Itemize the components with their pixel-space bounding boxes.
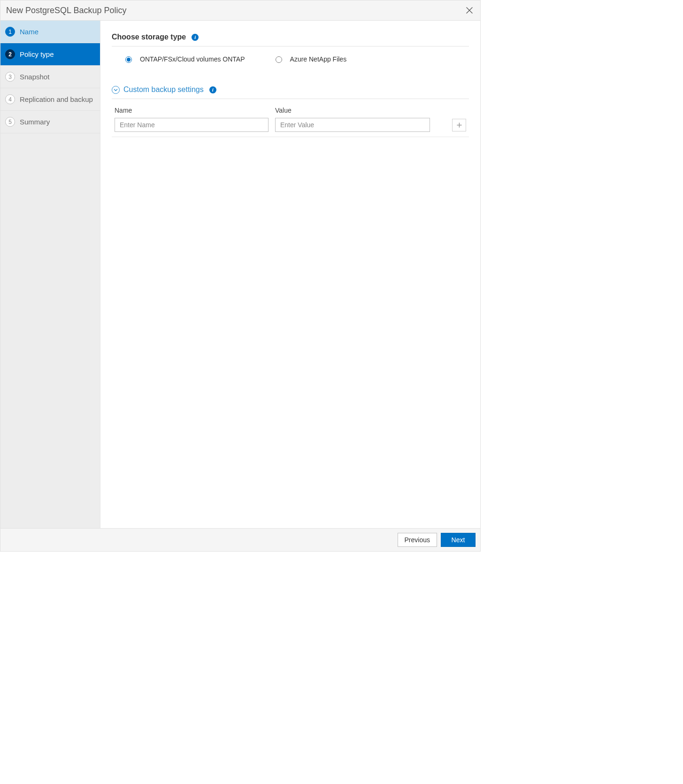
custom-value-input[interactable] <box>275 118 430 132</box>
radio-option-anf[interactable]: Azure NetApp Files <box>273 55 347 63</box>
step-number: 5 <box>5 117 15 127</box>
table-row <box>112 118 469 137</box>
column-header-value: Value <box>275 107 430 114</box>
table-header: Name Value <box>112 104 469 118</box>
info-icon[interactable]: i <box>192 34 199 41</box>
custom-settings-table: Name Value <box>112 104 469 137</box>
wizard-step-policy-type[interactable]: 2 Policy type <box>0 43 100 66</box>
step-label: Summary <box>20 118 50 126</box>
step-label: Policy type <box>20 50 54 58</box>
dialog-body: 1 Name 2 Policy type 3 Snapshot 4 Replic… <box>0 21 480 528</box>
radio-label: ONTAP/FSx/Cloud volumes ONTAP <box>140 55 245 63</box>
next-button[interactable]: Next <box>441 533 476 547</box>
storage-type-title: Choose storage type <box>112 33 186 41</box>
step-number: 1 <box>5 27 15 37</box>
custom-backup-settings-toggle[interactable]: Custom backup settings i <box>112 82 469 99</box>
radio-option-ontap[interactable]: ONTAP/FSx/Cloud volumes ONTAP <box>123 55 245 63</box>
dialog-header: New PostgreSQL Backup Policy <box>0 0 480 21</box>
radio-label: Azure NetApp Files <box>290 55 347 63</box>
storage-type-options: ONTAP/FSx/Cloud volumes ONTAP Azure NetA… <box>112 55 469 63</box>
dialog: New PostgreSQL Backup Policy 1 Name 2 Po… <box>0 0 481 552</box>
radio-input[interactable] <box>125 56 132 63</box>
add-row-button[interactable] <box>452 119 466 131</box>
plus-icon <box>457 123 462 128</box>
wizard-step-snapshot[interactable]: 3 Snapshot <box>0 66 100 88</box>
chevron-down-icon <box>112 86 120 94</box>
step-label: Name <box>20 28 38 36</box>
step-label: Snapshot <box>20 73 49 81</box>
wizard-step-name[interactable]: 1 Name <box>0 21 100 43</box>
step-number: 3 <box>5 72 15 82</box>
wizard-step-replication-backup[interactable]: 4 Replication and backup <box>0 88 100 111</box>
info-icon[interactable]: i <box>209 86 216 93</box>
wizard-sidebar: 1 Name 2 Policy type 3 Snapshot 4 Replic… <box>0 21 100 528</box>
content-pane: Choose storage type i ONTAP/FSx/Cloud vo… <box>100 21 480 528</box>
custom-name-input[interactable] <box>115 118 269 132</box>
dialog-title: New PostgreSQL Backup Policy <box>6 6 126 15</box>
previous-button[interactable]: Previous <box>398 533 437 547</box>
dialog-footer: Previous Next <box>0 528 480 551</box>
wizard-step-summary[interactable]: 5 Summary <box>0 111 100 133</box>
step-label: Replication and backup <box>20 95 93 103</box>
step-number: 4 <box>5 94 15 104</box>
column-header-name: Name <box>115 107 269 114</box>
step-number: 2 <box>5 49 15 59</box>
radio-input[interactable] <box>276 56 282 63</box>
storage-type-header: Choose storage type i <box>112 33 469 46</box>
close-icon[interactable] <box>464 5 475 16</box>
custom-backup-settings-title: Custom backup settings <box>123 85 204 94</box>
